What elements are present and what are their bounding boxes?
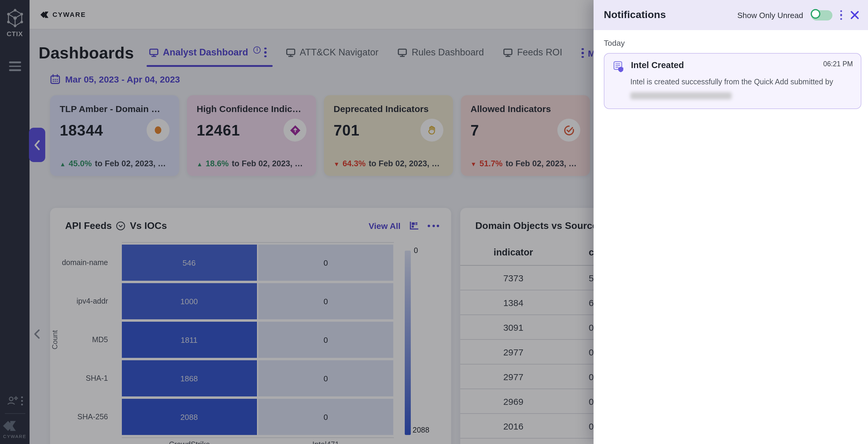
intel-shield-icon	[612, 60, 625, 73]
notification-body: Intel is created successfully from the Q…	[630, 77, 853, 88]
notifications-kebab-icon[interactable]	[840, 10, 842, 20]
notification-item[interactable]: Intel Created 06:21 PM Intel is created …	[604, 53, 861, 109]
show-only-unread-label: Show Only Unread	[737, 10, 803, 20]
toggle-knob	[810, 9, 820, 19]
notification-time: 06:21 PM	[824, 60, 853, 67]
notification-title: Intel Created	[631, 60, 684, 70]
close-icon[interactable]	[850, 10, 860, 20]
notifications-title: Notifications	[604, 9, 666, 21]
notifications-section-label: Today	[604, 39, 861, 47]
notifications-panel: Notifications Show Only Unread Today	[593, 0, 868, 444]
notifications-header: Notifications Show Only Unread	[593, 0, 868, 30]
modal-scrim[interactable]	[0, 0, 593, 444]
show-only-unread-toggle[interactable]	[811, 10, 832, 20]
redacted-email	[630, 92, 732, 99]
